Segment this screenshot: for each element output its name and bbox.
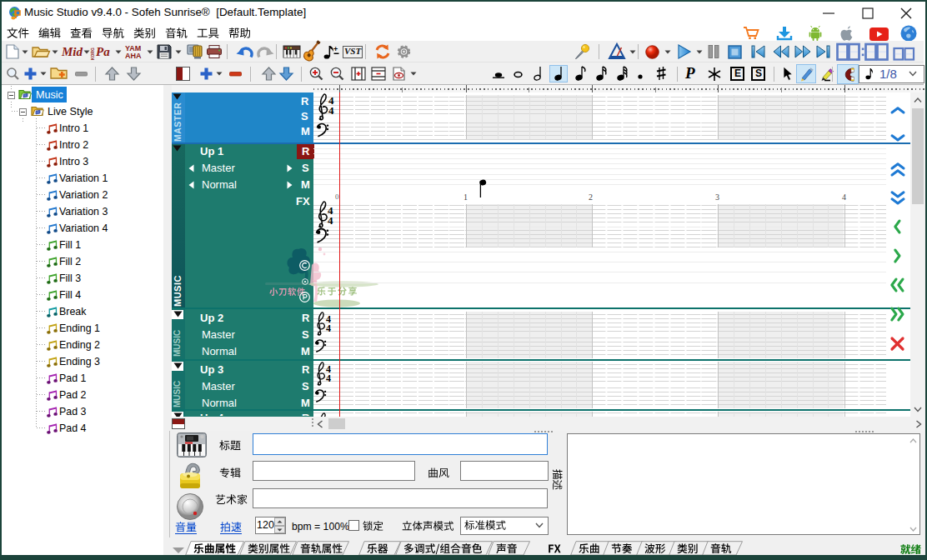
svg-text:+: + — [333, 45, 338, 53]
